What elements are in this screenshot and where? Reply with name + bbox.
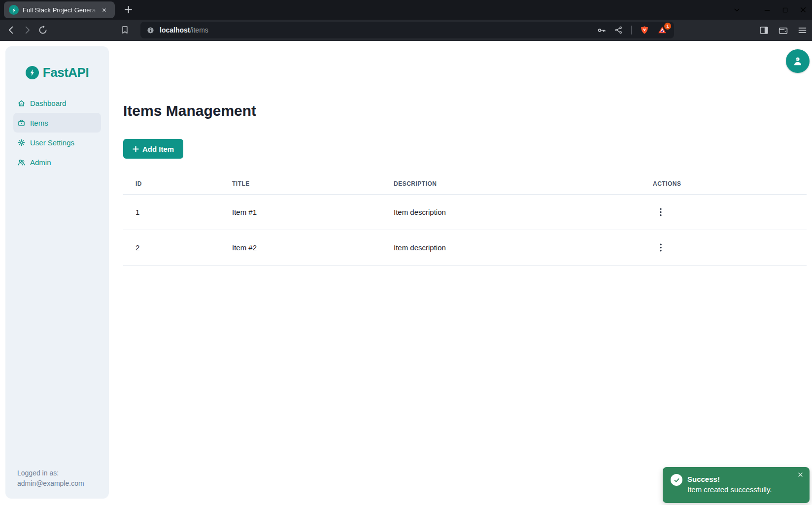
sidebar: FastAPI Dashboard Items User Settings Ad… [5, 46, 109, 499]
bookmark-icon[interactable] [120, 25, 130, 35]
hamburger-menu-icon[interactable] [797, 25, 808, 35]
sidebar-panel-icon[interactable] [759, 25, 769, 35]
sidebar-item-label: Items [30, 119, 48, 127]
plus-icon [133, 146, 139, 152]
logged-in-label: Logged in as: [17, 468, 102, 478]
back-button[interactable] [6, 25, 17, 35]
sidebar-item-label: Dashboard [30, 99, 66, 107]
brave-shield-icon[interactable] [640, 25, 649, 35]
forward-button[interactable] [22, 25, 33, 35]
table-header-row: ID TITLE DESCRIPTION ACTIONS [123, 174, 807, 194]
logged-in-email: admin@example.com [17, 478, 102, 489]
row-actions-menu-button[interactable] [655, 241, 667, 254]
window-minimize-button[interactable] [763, 6, 771, 14]
cell-id: 2 [123, 230, 220, 265]
window-controls [733, 0, 807, 20]
kebab-dots-icon [660, 208, 662, 216]
tab-search-chevron-icon[interactable] [733, 6, 741, 14]
toolbar-separator [631, 26, 632, 34]
add-item-button[interactable]: Add Item [123, 139, 183, 159]
wallet-icon[interactable] [778, 25, 788, 35]
brave-rewards-icon[interactable]: 1 [657, 25, 667, 35]
sidebar-item-items[interactable]: Items [13, 113, 101, 133]
cell-id: 1 [123, 194, 220, 230]
sidebar-item-admin[interactable]: Admin [13, 152, 101, 172]
reload-button[interactable] [37, 25, 48, 35]
new-tab-button[interactable] [123, 4, 134, 15]
cell-title: Item #1 [220, 194, 381, 230]
page-title: Items Management [123, 102, 256, 119]
add-item-label: Add Item [142, 145, 174, 153]
rewards-badge: 1 [664, 23, 671, 30]
cell-description: Item description [381, 230, 641, 265]
tab-title: Full Stack Project Genera [23, 6, 101, 14]
app-logo: FastAPI [5, 65, 109, 80]
row-actions-menu-button[interactable] [655, 206, 667, 218]
tab-close-icon[interactable] [102, 7, 107, 13]
tab-bar: Full Stack Project Genera [0, 0, 812, 20]
success-toast: Success! Item created successfully. [663, 467, 810, 503]
password-key-icon[interactable] [597, 26, 607, 35]
sidebar-nav: Dashboard Items User Settings Admin [13, 93, 101, 172]
items-table: ID TITLE DESCRIPTION ACTIONS 1 Item #1 I… [123, 174, 807, 266]
gear-icon [17, 138, 26, 147]
url-text: localhost/items [160, 26, 208, 34]
url-path: /items [190, 26, 208, 34]
home-icon [17, 99, 26, 107]
col-header-title: TITLE [220, 174, 381, 194]
table-row: 1 Item #1 Item description [123, 194, 807, 230]
logged-in-status: Logged in as: admin@example.com [17, 468, 102, 489]
col-header-description: DESCRIPTION [381, 174, 641, 194]
site-info-icon[interactable] [146, 26, 155, 34]
sidebar-item-dashboard[interactable]: Dashboard [13, 93, 101, 113]
items-table-body: 1 Item #1 Item description 2 Item #2 Ite… [123, 194, 807, 265]
address-bar[interactable]: localhost/items 1 [140, 22, 674, 38]
col-header-id: ID [123, 174, 220, 194]
app-page: FastAPI Dashboard Items User Settings Ad… [0, 41, 812, 505]
browser-tab[interactable]: Full Stack Project Genera [4, 1, 115, 18]
browser-toolbar: localhost/items 1 [0, 20, 812, 41]
cell-title: Item #2 [220, 230, 381, 265]
cell-description: Item description [381, 194, 641, 230]
table-row: 2 Item #2 Item description [123, 230, 807, 265]
user-person-icon [791, 55, 804, 67]
sidebar-item-label: User Settings [30, 138, 74, 147]
user-avatar-button[interactable] [786, 49, 810, 73]
toast-message: Item created successfully. [687, 484, 772, 495]
favicon-lightning-icon [9, 5, 19, 15]
briefcase-icon [17, 119, 26, 127]
toast-close-icon[interactable] [797, 471, 804, 478]
share-icon[interactable] [614, 26, 623, 34]
window-maximize-button[interactable] [781, 6, 789, 14]
users-icon [17, 158, 26, 167]
window-close-button[interactable] [799, 6, 807, 14]
check-circle-icon [671, 474, 682, 486]
fastapi-lightning-icon [26, 66, 39, 79]
app-logo-text: FastAPI [43, 65, 89, 80]
url-host: localhost [160, 26, 190, 34]
sidebar-item-user-settings[interactable]: User Settings [13, 133, 101, 152]
col-header-actions: ACTIONS [641, 174, 807, 194]
kebab-dots-icon [660, 243, 662, 252]
toast-title: Success! [687, 474, 772, 484]
sidebar-item-label: Admin [30, 158, 51, 167]
